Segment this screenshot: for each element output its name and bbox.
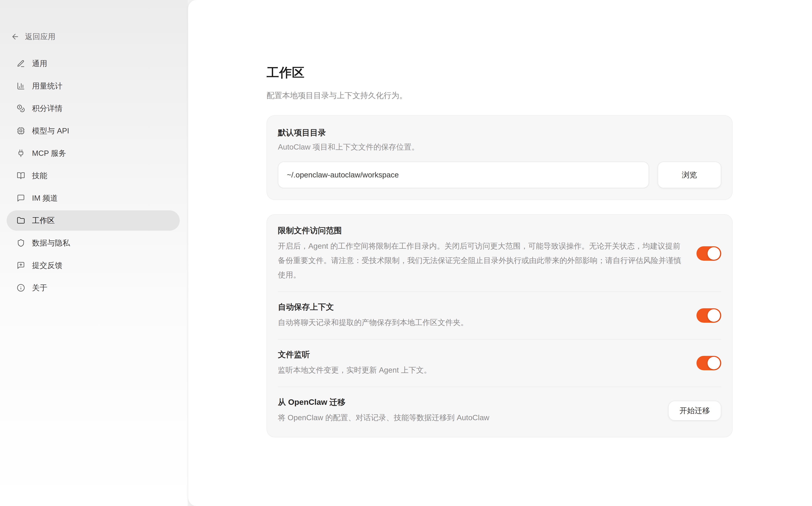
setting-description: 开启后，Agent 的工作空间将限制在工作目录内。关闭后可访问更大范围，可能导致… [278,239,685,282]
coins-icon [17,104,25,112]
chip-icon [17,127,25,135]
workspace-options-card: 限制文件访问范围 开启后，Agent 的工作空间将限制在工作目录内。关闭后可访问… [267,214,733,437]
folder-icon [17,217,25,225]
toggle-knob [708,357,720,369]
sidebar-item-models-api[interactable]: 模型与 API [7,121,180,141]
feedback-icon [17,261,25,269]
sidebar-item-label: MCP 服务 [32,148,66,159]
sidebar-item-about[interactable]: 关于 [7,278,180,298]
sidebar-item-label: IM 频道 [32,193,58,203]
setting-title: 文件监听 [278,349,685,360]
setting-row-file-watch: 文件监听 监听本地文件变更，实时更新 Agent 上下文。 [278,339,721,387]
sidebar-item-feedback[interactable]: 提交反馈 [7,255,180,275]
pencil-icon [17,60,25,68]
setting-title: 自动保存上下文 [278,301,685,313]
back-to-app-label: 返回应用 [25,31,56,42]
info-icon [17,284,25,292]
sidebar-item-label: 工作区 [32,215,55,226]
page-title: 工作区 [267,65,733,80]
sidebar-item-label: 通用 [32,58,47,69]
sidebar-item-label: 关于 [32,282,47,293]
file-watch-toggle[interactable] [696,356,721,370]
setting-row-restrict-file-access: 限制文件访问范围 开启后，Agent 的工作空间将限制在工作目录内。关闭后可访问… [278,215,721,291]
sidebar-item-label: 技能 [32,170,47,181]
setting-row-migrate-from-openclaw: 从 OpenClaw 迁移 将 OpenClaw 的配置、对话记录、技能等数据迁… [278,387,721,437]
workspace-settings-panel: 工作区 配置本地项目目录与上下文持久化行为。 默认项目目录 AutoClaw 项… [188,0,812,506]
sidebar-item-workspace[interactable]: 工作区 [7,210,180,231]
sidebar-item-general[interactable]: 通用 [7,54,180,74]
sidebar-item-credits[interactable]: 积分详情 [7,98,180,118]
sidebar-item-mcp-services[interactable]: MCP 服务 [7,143,180,163]
plug-icon [17,149,25,157]
sidebar-item-label: 用量统计 [32,81,62,91]
toggle-knob [708,247,720,260]
settings-sidebar: 返回应用 通用 用量统计 积分详情 模型与 API MCP 服务 [0,0,188,506]
sidebar-item-skills[interactable]: 技能 [7,166,180,186]
chat-icon [17,194,25,202]
back-to-app-button[interactable]: 返回应用 [11,29,56,44]
directory-card-description: AutoClaw 项目和上下文文件的保存位置。 [278,141,721,153]
restrict-file-access-toggle[interactable] [696,246,721,261]
setting-title: 限制文件访问范围 [278,225,685,236]
sidebar-item-data-privacy[interactable]: 数据与隐私 [7,233,180,253]
bar-chart-icon [17,82,25,90]
sidebar-item-im-channels[interactable]: IM 频道 [7,188,180,208]
setting-description: 自动将聊天记录和提取的产物保存到本地工作区文件夹。 [278,315,685,330]
sidebar-item-label: 提交反馈 [32,260,62,271]
settings-screen: 返回应用 通用 用量统计 积分详情 模型与 API MCP 服务 [0,0,812,506]
project-directory-input[interactable]: ~/.openclaw-autoclaw/workspace [278,162,649,188]
directory-card-title: 默认项目目录 [278,127,721,138]
toggle-knob [708,309,720,322]
default-directory-card: 默认项目目录 AutoClaw 项目和上下文文件的保存位置。 ~/.opencl… [267,115,733,200]
sidebar-nav: 通用 用量统计 积分详情 模型与 API MCP 服务 技能 [7,54,180,300]
arrow-left-icon [11,32,19,41]
shield-icon [17,239,25,247]
setting-description: 监听本地文件变更，实时更新 Agent 上下文。 [278,363,685,377]
setting-row-auto-save-context: 自动保存上下文 自动将聊天记录和提取的产物保存到本地工作区文件夹。 [278,291,721,339]
book-icon [17,172,25,180]
sidebar-item-usage-stats[interactable]: 用量统计 [7,76,180,96]
start-migration-button[interactable]: 开始迁移 [668,401,721,421]
page-subtitle: 配置本地项目目录与上下文持久化行为。 [267,90,733,101]
sidebar-item-label: 模型与 API [32,125,69,136]
sidebar-item-label: 数据与隐私 [32,238,70,248]
browse-button[interactable]: 浏览 [658,162,721,188]
setting-title: 从 OpenClaw 迁移 [278,397,657,408]
auto-save-context-toggle[interactable] [696,308,721,323]
setting-description: 将 OpenClaw 的配置、对话记录、技能等数据迁移到 AutoClaw [278,410,657,425]
sidebar-item-label: 积分详情 [32,103,62,114]
